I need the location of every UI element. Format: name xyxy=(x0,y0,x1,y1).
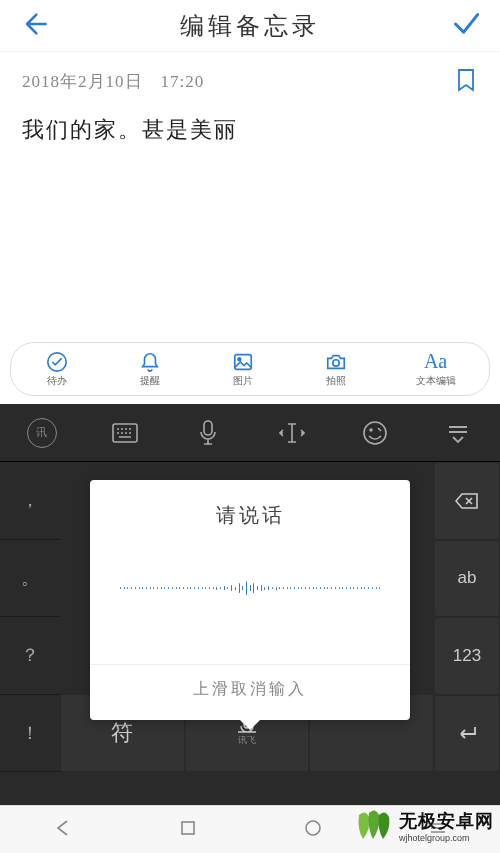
image-button[interactable]: 图片 xyxy=(230,351,256,388)
keyboard-switch-button[interactable] xyxy=(95,420,155,446)
svg-rect-5 xyxy=(204,421,212,435)
image-label: 图片 xyxy=(233,374,253,388)
nav-home[interactable] xyxy=(303,818,323,842)
ime-logo-button[interactable]: 讯 xyxy=(12,418,72,448)
reminder-button[interactable]: 提醒 xyxy=(137,351,163,388)
exclaim-key[interactable]: ！ xyxy=(0,695,60,773)
voice-key-sub: 讯飞 xyxy=(238,734,256,747)
cursor-icon xyxy=(279,420,305,446)
camera-label: 拍照 xyxy=(326,374,346,388)
enter-icon xyxy=(455,721,479,745)
mic-button[interactable] xyxy=(178,420,238,446)
todo-button[interactable]: 待办 xyxy=(44,351,70,388)
reminder-label: 提醒 xyxy=(140,374,160,388)
text-edit-icon: Aa xyxy=(424,350,447,373)
svg-point-3 xyxy=(333,359,339,365)
timestamp: 2018年2月10日 17:20 xyxy=(22,70,478,93)
svg-rect-1 xyxy=(235,354,252,369)
watermark-en: wjhotelgroup.com xyxy=(399,833,494,843)
emoji-button[interactable] xyxy=(345,420,405,446)
toolbar: 待办 提醒 图片 拍照 Aa 文本编辑 xyxy=(10,342,490,396)
svg-rect-9 xyxy=(182,822,194,834)
question-key[interactable]: ？ xyxy=(0,617,60,695)
watermark: 无极安卓网 wjhotelgroup.com xyxy=(355,809,494,843)
comma-key[interactable]: ， xyxy=(0,462,60,540)
ime-logo-icon: 讯 xyxy=(27,418,57,448)
voice-waveform xyxy=(120,575,380,601)
mic-icon xyxy=(195,420,221,446)
ab-key[interactable]: ab xyxy=(435,541,499,617)
svg-point-10 xyxy=(306,821,320,835)
text-edit-button[interactable]: Aa 文本编辑 xyxy=(416,350,456,388)
nav-back[interactable] xyxy=(53,818,73,842)
emoji-icon xyxy=(362,420,388,446)
page-title: 编辑备忘录 xyxy=(180,10,320,42)
watermark-logo-icon xyxy=(355,809,395,843)
note-text[interactable]: 我们的家。甚是美丽 xyxy=(22,115,478,145)
collapse-button[interactable] xyxy=(428,420,488,446)
watermark-cn: 无极安卓网 xyxy=(399,809,494,833)
backspace-key[interactable] xyxy=(435,463,499,539)
period-key[interactable]: 。 xyxy=(0,540,60,618)
nav-recent[interactable] xyxy=(178,818,198,842)
keyboard-icon xyxy=(112,420,138,446)
enter-key[interactable] xyxy=(435,696,499,772)
voice-popup-hint: 上滑取消输入 xyxy=(90,664,410,700)
svg-point-7 xyxy=(370,429,372,431)
voice-popup[interactable]: 请说话 上滑取消输入 xyxy=(90,480,410,720)
num-key[interactable]: 123 xyxy=(435,618,499,694)
bookmark-button[interactable] xyxy=(456,68,476,96)
cursor-button[interactable] xyxy=(262,420,322,446)
camera-button[interactable]: 拍照 xyxy=(323,351,349,388)
svg-point-2 xyxy=(238,357,241,360)
svg-point-6 xyxy=(364,422,386,444)
back-button[interactable] xyxy=(20,10,48,42)
text-edit-label: 文本编辑 xyxy=(416,374,456,388)
save-button[interactable] xyxy=(452,10,480,42)
backspace-icon xyxy=(455,489,479,513)
todo-label: 待办 xyxy=(47,374,67,388)
voice-popup-title: 请说话 xyxy=(216,502,285,529)
collapse-icon xyxy=(445,420,471,446)
symbol-key-label: 符 xyxy=(111,718,133,748)
